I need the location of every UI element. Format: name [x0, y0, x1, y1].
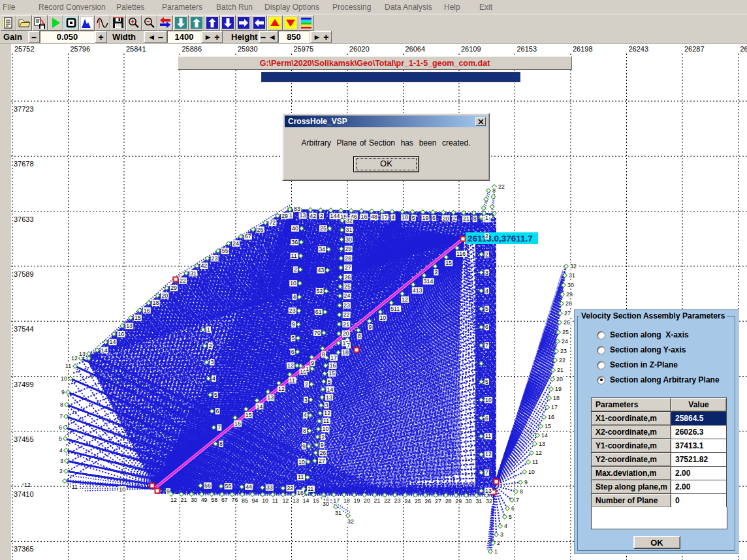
height-value-field[interactable]: 850: [278, 31, 310, 43]
param-value[interactable]: 37413.1: [671, 439, 727, 453]
blue-arrow-up-icon: [206, 16, 219, 29]
height-decrement-button[interactable]: – ◄: [259, 31, 278, 43]
radio-icon[interactable]: [597, 331, 605, 339]
svg-text:26109: 26109: [461, 45, 481, 53]
menu-item-help[interactable]: Help: [444, 3, 460, 12]
record-stop-button[interactable]: [63, 15, 79, 31]
svg-text:23: 23: [394, 497, 401, 504]
blue-arrow-right-button[interactable]: [236, 15, 251, 31]
svg-text:26243: 26243: [629, 45, 649, 53]
height-increment-button[interactable]: ► +: [310, 31, 332, 43]
radio-option-4[interactable]: Section along Arbitrary Plane: [597, 375, 720, 384]
open-folder-button[interactable]: [16, 15, 32, 31]
svg-text:83: 83: [294, 206, 300, 212]
svg-text:16: 16: [330, 362, 336, 369]
red-triangle-up-button[interactable]: [267, 15, 283, 31]
palette-stripes-button[interactable]: [298, 15, 314, 31]
header-parameters: Parameters: [592, 398, 671, 412]
waveform-button[interactable]: [95, 15, 110, 31]
svg-text:43: 43: [317, 267, 324, 273]
zoom-in-button[interactable]: [126, 15, 142, 31]
svg-text:7: 7: [217, 424, 221, 431]
table-row: Y1-coordinate,m37413.1: [592, 439, 727, 453]
width-decrement-button[interactable]: ◄ –: [144, 31, 167, 43]
svg-text:32: 32: [347, 518, 354, 525]
svg-text:12: 12: [71, 355, 78, 362]
table-row: Number of Plane0: [592, 494, 727, 508]
svg-text:30: 30: [191, 497, 197, 503]
dialog-title-bar[interactable]: CrossHole_VSP: [285, 116, 487, 127]
menu-item-parameters[interactable]: Parameters: [162, 3, 202, 12]
red-triangle-up-icon: [268, 16, 281, 29]
save-convert-button[interactable]: [32, 15, 48, 31]
svg-text:10: 10: [61, 375, 67, 382]
menu-item-batch-run[interactable]: Batch Run: [216, 3, 253, 12]
svg-text:8: 8: [322, 351, 325, 358]
table-row: Y2-coordinate,m37521.82: [592, 453, 727, 467]
param-value[interactable]: 37521.82: [671, 453, 727, 467]
menu-item-file[interactable]: File: [3, 3, 15, 12]
svg-text:5: 5: [214, 392, 217, 398]
radio-option-2[interactable]: Section along Y-axis: [597, 345, 686, 354]
menu-item-processing[interactable]: Processing: [332, 3, 371, 12]
svg-text:32: 32: [486, 498, 492, 505]
param-value[interactable]: 2.00: [671, 480, 727, 494]
radio-icon[interactable]: [597, 376, 605, 384]
gain-decrement-button[interactable]: –: [28, 31, 40, 43]
header-value: Value: [671, 398, 727, 412]
gain-increment-button[interactable]: +: [95, 31, 107, 43]
param-value[interactable]: 26026.3: [671, 426, 727, 439]
svg-text:49: 49: [201, 497, 208, 503]
dialog-ok-button[interactable]: OK: [353, 156, 419, 172]
width-value-field[interactable]: 1400: [167, 31, 201, 43]
menu-item-exit[interactable]: Exit: [479, 3, 492, 12]
teal-arrow-up-button[interactable]: [189, 15, 204, 31]
svg-text:14: 14: [327, 386, 334, 393]
close-icon[interactable]: [475, 117, 486, 126]
svg-text:6: 6: [511, 505, 515, 512]
svg-text:8: 8: [473, 215, 477, 222]
run-play-button[interactable]: [48, 15, 63, 31]
swap-arrows-button[interactable]: [157, 15, 173, 31]
svg-text:76: 76: [232, 497, 238, 503]
param-value[interactable]: 0: [671, 494, 727, 508]
svg-text:22: 22: [180, 277, 186, 284]
radio-option-3[interactable]: Section in Z-Plane: [597, 360, 678, 369]
zoom-out-button[interactable]: [142, 15, 157, 31]
radio-option-1[interactable]: Section along X-axis: [597, 330, 689, 339]
menu-item-display-options[interactable]: Display Options: [264, 3, 319, 12]
new-document-button[interactable]: [1, 15, 16, 31]
svg-text:12: 12: [282, 497, 289, 504]
svg-text:314: 314: [424, 278, 434, 285]
radio-icon[interactable]: [597, 361, 605, 369]
width-increment-button[interactable]: ► +: [201, 31, 223, 43]
histogram-icon: [80, 16, 93, 29]
svg-text:27: 27: [435, 498, 441, 505]
svg-text:13: 13: [293, 497, 299, 504]
param-value[interactable]: 25864.5: [671, 412, 727, 426]
menu-item-palettes[interactable]: Palettes: [116, 3, 144, 12]
svg-text:12: 12: [485, 451, 492, 458]
teal-arrow-down-button[interactable]: [173, 15, 189, 31]
red-triangle-down-button[interactable]: [283, 15, 298, 31]
blue-arrow-left-button[interactable]: [251, 15, 267, 31]
svg-text:16: 16: [234, 420, 241, 427]
svg-text:25841: 25841: [126, 45, 146, 53]
svg-text:20: 20: [443, 215, 449, 222]
svg-text:19: 19: [555, 386, 562, 392]
svg-text:6: 6: [485, 324, 488, 330]
gain-value-field[interactable]: 0.050: [40, 31, 95, 43]
save-floppy-button[interactable]: [110, 15, 126, 31]
svg-text:26: 26: [257, 226, 264, 233]
svg-text:24: 24: [344, 292, 351, 299]
menu-item-data-analysis[interactable]: Data Analysis: [385, 3, 432, 12]
svg-text:94: 94: [252, 497, 259, 504]
blue-arrow-down-button[interactable]: [220, 15, 236, 31]
histogram-button[interactable]: [79, 15, 95, 31]
menu-item-record-conversion[interactable]: Record Conversion: [39, 3, 106, 12]
param-value[interactable]: 2.00: [671, 467, 727, 480]
panel-ok-button[interactable]: OK: [633, 536, 680, 549]
new-document-icon: [2, 16, 15, 29]
blue-arrow-up-button[interactable]: [204, 15, 220, 31]
radio-icon[interactable]: [597, 346, 605, 354]
